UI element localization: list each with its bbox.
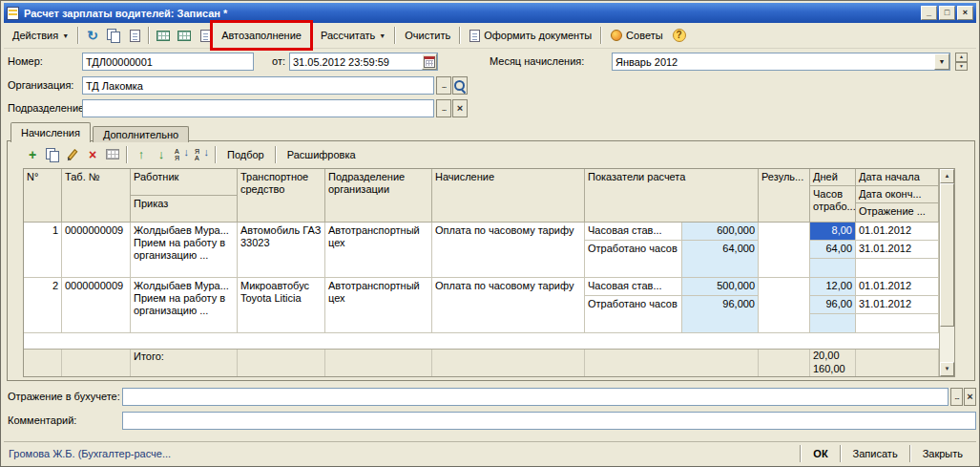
indicator-value[interactable]: 600,000 [682,223,758,241]
ellipsis-icon: ... [442,81,447,90]
month-dropdown-button[interactable]: ▼ [934,53,949,70]
cell-department[interactable]: Автотранспортный цех [325,223,432,278]
pick-button[interactable]: Подбор [220,146,271,163]
cell-result[interactable] [759,278,810,333]
col-header-date-end: Дата оконч... [856,186,938,203]
calculate-button[interactable]: Рассчитать ▼ [315,25,391,46]
cell-tab-no[interactable]: 0000000009 [62,223,131,278]
cell-vehicle[interactable]: Микроавтобус Toyota Liticia [238,278,325,333]
help-button[interactable]: ? [669,25,690,46]
reflection-clear-button[interactable]: × [964,388,976,406]
table-row[interactable]: 2 0000000009 Жолдыбаев Мура... Прием на … [24,278,939,333]
accruals-table: N° Таб. № Работник Приказ Транспортное с… [23,168,955,377]
actions-button[interactable]: Действия ▼ [7,25,74,46]
cell-accrual[interactable]: Оплата по часовому тарифу [432,223,585,278]
table-structure-button[interactable] [153,25,174,46]
sort-descending-button[interactable]: ЯА↓ [192,145,211,164]
cell-accrual[interactable]: Оплата по часовому тарифу [432,278,585,333]
scroll-down-button[interactable]: ▼ [940,362,954,376]
make-documents-button[interactable]: Оформить документы [464,25,597,46]
table-row[interactable]: 1 0000000009 Жолдыбаев Мура... Прием на … [24,223,939,278]
reflection-input[interactable] [122,388,949,406]
help-icon: ? [673,29,686,42]
spin-up-button[interactable]: ▲ [955,53,968,62]
days-value[interactable]: 12,00 [810,278,855,296]
cell-result[interactable] [759,223,810,278]
ok-button[interactable]: ОК [804,446,836,461]
edit-row-button[interactable] [63,145,82,164]
vertical-scrollbar[interactable]: ▲ ▼ [939,169,954,376]
cell-indicators[interactable]: Часовая став... Отработано часов 600,000… [585,223,759,278]
maximize-button[interactable]: □ [939,6,955,20]
hours-value[interactable]: 96,00 [810,296,855,314]
title-bar: Расчет зарплаты водителей: Записан * _ □… [4,3,976,23]
cell-num[interactable]: 2 [24,278,62,333]
cell-days-hours[interactable]: 8,00 64,00 [810,223,856,278]
tips-button[interactable]: Советы [605,25,668,46]
add-row-button[interactable]: + [23,145,42,164]
indicator-value[interactable]: 96,000 [682,296,758,312]
indicator-value[interactable]: 500,000 [682,278,758,296]
write-document-button[interactable] [124,25,145,46]
date-input[interactable]: 31.05.2012 23:59:59 [289,53,438,71]
number-input[interactable]: ТДЛ00000001 [82,53,254,71]
clear-button[interactable]: Очистить [399,25,456,46]
indicator-name[interactable]: Часовая став... [585,223,681,241]
close-window-button[interactable]: Закрыть [914,446,971,461]
date-end[interactable]: 31.01.2012 [856,241,938,259]
organization-select-button[interactable]: ... [436,76,451,95]
month-label: Месяц начисления: [490,55,584,67]
cell-worker[interactable]: Жолдыбаев Мура... Прием на работу в орга… [131,278,238,333]
end-edit-button[interactable] [103,145,122,164]
table-settings-button[interactable] [174,25,195,46]
cell-days-hours[interactable]: 12,00 96,00 [810,278,856,333]
move-down-button[interactable]: ↓ [152,145,171,164]
spin-down-button[interactable]: ▼ [955,62,968,72]
cell-num[interactable]: 1 [24,223,62,278]
scrollbar-thumb[interactable] [940,183,954,327]
date-start[interactable]: 01.01.2012 [856,223,938,241]
indicator-name[interactable]: Отработано часов [585,241,681,277]
reflection-select-button[interactable]: ... [950,388,963,406]
calendar-button[interactable] [422,53,437,70]
sort-ascending-button[interactable]: АЯ↓ [172,145,191,164]
cell-worker[interactable]: Жолдыбаев Мура... Прием на работу в орга… [131,223,238,278]
totals-cell [585,350,759,376]
cell-vehicle[interactable]: Автомобиль ГАЗ 33023 [238,223,325,278]
comment-input[interactable] [122,412,976,430]
days-value-selected[interactable]: 8,00 [810,223,855,241]
tab-additional[interactable]: Дополнительно [93,126,189,142]
department-clear-button[interactable]: × [452,99,468,117]
organization-open-button[interactable] [452,76,468,95]
cell-department[interactable]: Автотранспортный цех [325,278,432,333]
date-start[interactable]: 01.01.2012 [856,278,938,296]
organization-input[interactable]: ТД Лакомка [82,76,434,95]
cell-dates[interactable]: 01.01.2012 31.01.2012 [856,278,939,333]
print-form-button[interactable] [195,25,216,46]
decode-button[interactable]: Расшифровка [281,146,363,163]
autofill-button[interactable]: Автозаполнение [216,25,307,46]
month-spinner: ▲ ▼ [955,53,968,71]
scrollbar-track[interactable] [940,327,954,362]
cell-tab-no[interactable]: 0000000009 [62,278,131,333]
indicator-name[interactable]: Отработано часов [585,296,681,332]
date-end[interactable]: 31.01.2012 [856,296,938,314]
department-input[interactable] [82,99,434,117]
month-combobox[interactable]: Январь 2012 ▼ [612,53,950,71]
indicator-value[interactable]: 64,000 [682,241,758,257]
minimize-button[interactable]: _ [921,6,937,20]
cell-dates[interactable]: 01.01.2012 31.01.2012 [856,223,939,278]
move-up-button[interactable]: ↑ [132,145,151,164]
department-select-button[interactable]: ... [436,99,451,117]
delete-row-button[interactable]: × [83,145,102,164]
copy-row-button[interactable] [43,145,62,164]
save-button[interactable]: Записать [844,446,907,461]
reread-button[interactable]: ↻ [82,25,103,46]
copy-document-button[interactable] [103,25,124,46]
close-button[interactable]: × [957,6,973,20]
indicator-name[interactable]: Часовая став... [585,278,681,296]
tab-accruals[interactable]: Начисления [10,122,91,142]
scroll-up-button[interactable]: ▲ [940,169,954,183]
hours-value[interactable]: 64,00 [810,241,855,259]
cell-indicators[interactable]: Часовая став... Отработано часов 500,000… [585,278,759,333]
